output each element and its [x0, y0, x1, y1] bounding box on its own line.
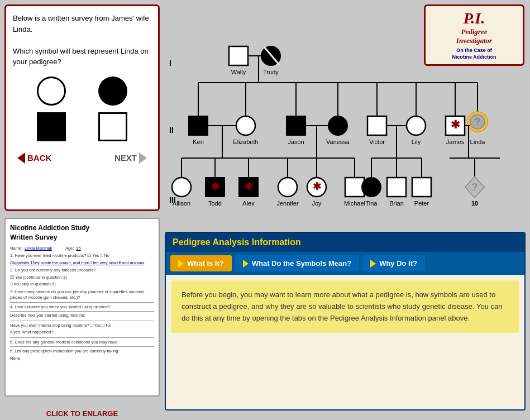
ken-label: Ken [193, 139, 204, 145]
survey-panel: Nicotine Addiction StudyWritten Survey N… [4, 218, 160, 397]
tab-arrow-2 [243, 260, 249, 268]
q4c-text: Have you ever tried to stop using nicoti… [10, 323, 154, 329]
survey-title: Nicotine Addiction StudyWritten Survey [10, 223, 154, 242]
survey-content: Name: Linda Marshall Age: 35 1. Have you… [10, 246, 154, 362]
symbol-grid [13, 77, 151, 141]
question-panel: Below is a written survey from James' wi… [4, 4, 160, 211]
tina-symbol [362, 178, 381, 197]
vanessa-label: Vanessa [326, 139, 350, 145]
tina-label: Tina [366, 200, 378, 207]
joy-asterisk: ✱ [313, 181, 321, 192]
linda-label: Linda [470, 139, 486, 145]
ten-label: 10 [471, 200, 478, 207]
q2-yes: ☑ Yes (continue to question 3) [10, 275, 154, 281]
pedigree-chart: I II III Wally Trudy Ken Eli [165, 4, 522, 228]
q6-answer: None [10, 356, 154, 362]
q4d-text: If yes, what happened? [10, 330, 154, 336]
analysis-content: Before you begin, you may want to learn … [171, 280, 519, 333]
analysis-header: Pedigree Analysis Information [166, 233, 524, 252]
ken-symbol [189, 116, 208, 135]
peter-label: Peter [414, 200, 429, 207]
vanessa-symbol [328, 116, 347, 135]
brian-symbol [387, 178, 406, 197]
todd-label: Todd [208, 200, 222, 207]
wally-label: Wally [231, 69, 246, 75]
age-label: Age: [65, 246, 74, 252]
q4b-text: Describe how you started using nicotine: [10, 313, 154, 319]
jason-symbol [287, 116, 305, 135]
next-button[interactable]: NEXT [114, 152, 147, 164]
lily-symbol [407, 116, 426, 135]
tab-arrow-1 [178, 260, 184, 268]
james-asterisk: ✱ [451, 118, 460, 131]
analysis-panel: Pedigree Analysis Information What Is It… [165, 232, 526, 411]
back-button[interactable]: BACK [17, 152, 51, 164]
linda-question: ? [475, 116, 481, 127]
gen-label-2: II [169, 126, 174, 135]
wally-symbol [229, 46, 248, 65]
symbol-circle-empty[interactable] [24, 77, 79, 106]
age-value: 35 [76, 246, 80, 252]
ten-question: ? [472, 182, 478, 193]
click-enlarge-button[interactable]: CLICK TO ENLARGE [4, 409, 160, 418]
alex-label: Alex [242, 200, 255, 207]
tab-what-symbols[interactable]: What Do the Symbols Mean? [235, 255, 359, 271]
elizabeth-symbol [236, 116, 255, 135]
lily-label: Lily [412, 139, 421, 145]
q1-answer: Cigarettes They made the cough, and then… [10, 260, 154, 266]
name-value: Linda Marshall [25, 246, 52, 252]
jennifer-symbol [278, 178, 297, 197]
allison-symbol [172, 178, 191, 197]
tab-arrow-3 [370, 260, 376, 268]
joy-label: Joy [312, 200, 322, 207]
alex-asterisk: ✱ [245, 181, 253, 192]
q2-text: 2. Do you are currently any tobacco prod… [10, 268, 154, 274]
trudy-label: Trudy [263, 69, 279, 75]
michael-label: Michael [344, 200, 365, 207]
symbol-square-filled[interactable] [24, 112, 79, 141]
elizabeth-label: Elizabeth [233, 139, 258, 145]
q5-text: 5. Does the any general medical conditio… [10, 340, 154, 346]
q1-text: 1. Have you ever tried nicotine products… [10, 253, 154, 259]
james-label: James [446, 139, 465, 145]
tab-why-do-it[interactable]: Why Do It? [362, 255, 425, 271]
q2-no: □ No (skip to question 5) [10, 281, 154, 288]
michael-symbol [345, 178, 364, 197]
pedigree-svg: I II III Wally Trudy Ken Eli [165, 4, 522, 228]
todd-asterisk: ✱ [211, 181, 219, 192]
nav-buttons: BACK NEXT [13, 152, 151, 164]
q6-text: 6. List any prescription medication you … [10, 349, 154, 355]
victor-symbol [367, 116, 386, 135]
symbol-square-empty[interactable] [85, 112, 140, 141]
q3-text: 3. How many nicotine do you use per day … [10, 289, 154, 301]
jason-label: Jason [288, 139, 304, 145]
analysis-tabs: What Is It? What Do the Symbols Mean? Wh… [166, 252, 524, 275]
tab-what-is-it[interactable]: What Is It? [170, 255, 232, 271]
gen-label-1: I [169, 59, 171, 68]
q4-text: 4. How old were you when you started usi… [10, 304, 154, 311]
next-arrow-icon [139, 152, 147, 164]
allison-label: Allison [173, 200, 190, 207]
victor-label: Victor [369, 139, 385, 145]
name-label: Name: [10, 246, 22, 252]
jennifer-label: Jennifer [276, 200, 298, 207]
brian-label: Brian [389, 200, 404, 207]
symbol-circle-filled[interactable] [85, 77, 140, 106]
back-arrow-icon [17, 152, 25, 164]
question-text: Below is a written survey from James' wi… [13, 13, 151, 68]
peter-symbol [412, 178, 431, 197]
